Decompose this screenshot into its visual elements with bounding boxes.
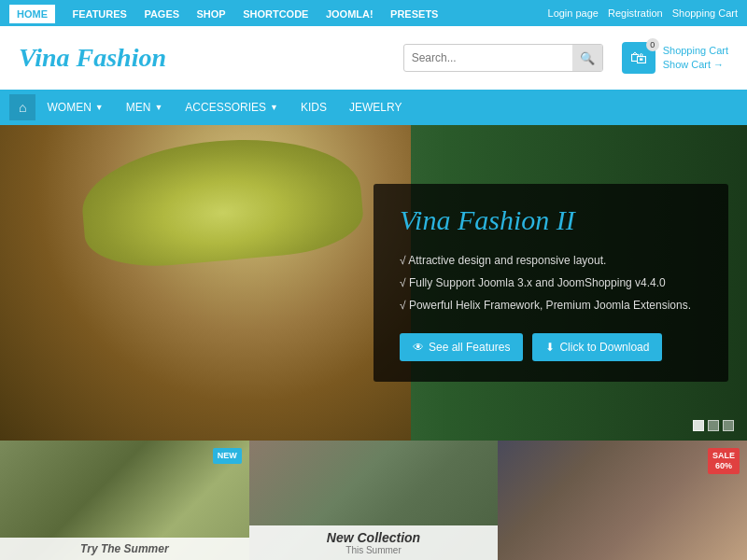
- card-3-badge: SALE 60%: [708, 448, 740, 474]
- cart-icon-wrap[interactable]: 🛍 0: [622, 42, 655, 74]
- card-1-badge: NEW: [213, 448, 242, 464]
- jewelry-label: JEWELRY: [349, 101, 402, 114]
- slider-dot-1[interactable]: [693, 420, 704, 431]
- logo: Vina Fashion: [19, 43, 385, 73]
- home-nav-icon[interactable]: ⌂: [9, 94, 35, 120]
- show-cart-link[interactable]: Show Cart →: [663, 58, 728, 72]
- hero-overlay: Vina Fashion II √ Attractive design and …: [374, 184, 728, 382]
- slider-dot-3[interactable]: [723, 420, 734, 431]
- women-label: WOMEN: [47, 101, 91, 114]
- nav-shortcode[interactable]: SHORTCODE: [243, 8, 308, 20]
- men-label: MEN: [126, 101, 151, 114]
- card-2-label: New Collection This Summer: [249, 525, 499, 560]
- features-btn-label: See all Features: [429, 341, 510, 354]
- card-2-label-sub: This Summer: [254, 545, 494, 555]
- cart-label: Shopping Cart: [663, 44, 728, 58]
- hero-buttons: 👁 See all Features ⬇ Click to Download: [400, 333, 702, 361]
- card-summer: NEW Try The Summer: [0, 441, 249, 560]
- search-input[interactable]: [404, 51, 572, 64]
- nav-joomla[interactable]: JOOMLA!: [326, 8, 374, 20]
- feature-1: √ Attractive design and responsive layou…: [400, 249, 702, 272]
- mainnav-jewelry[interactable]: JEWELRY: [338, 90, 413, 125]
- card-sale: SALE 60%: [498, 441, 747, 560]
- bottom-cards: NEW Try The Summer New Collection This S…: [0, 441, 747, 560]
- card-1-label: Try The Summer: [0, 538, 249, 560]
- nav-presets[interactable]: PRESETS: [390, 8, 438, 20]
- card-new-collection: New Collection This Summer: [249, 441, 499, 560]
- slider-dot-2[interactable]: [708, 420, 719, 431]
- nav-shop[interactable]: SHOP: [197, 8, 226, 20]
- download-btn-label: Click to Download: [559, 341, 649, 354]
- hero-title: Vina Fashion II: [400, 204, 702, 236]
- header: Vina Fashion 🔍 🛍 0 Shopping Cart Show Ca…: [0, 26, 747, 90]
- top-navigation: HOME FEATURES PAGES SHOP SHORTCODE JOOML…: [9, 5, 451, 21]
- top-bar: HOME FEATURES PAGES SHOP SHORTCODE JOOML…: [0, 0, 747, 26]
- top-right-links: Login page Registration Shopping Cart: [548, 7, 738, 19]
- hero-slider: Vina Fashion II √ Attractive design and …: [0, 125, 747, 441]
- search-button[interactable]: 🔍: [572, 45, 602, 71]
- hero-features: √ Attractive design and responsive layou…: [400, 249, 702, 316]
- hero-woman-image: [0, 125, 411, 441]
- mainnav-men[interactable]: MEN ▼: [115, 90, 175, 125]
- accessories-label: ACCESSORIES: [185, 101, 266, 114]
- feature-3: √ Powerful Helix Framework, Premium Joom…: [400, 294, 702, 316]
- click-to-download-button[interactable]: ⬇ Click to Download: [532, 333, 662, 361]
- cart-icon: 🛍: [630, 49, 647, 68]
- mainnav-accessories[interactable]: ACCESSORIES ▼: [174, 90, 289, 125]
- feature-2: √ Fully Support Joomla 3.x and JoomShopp…: [400, 272, 702, 294]
- cart-area: 🛍 0 Shopping Cart Show Cart →: [622, 42, 728, 74]
- slider-dots: [693, 420, 734, 431]
- see-all-features-button[interactable]: 👁 See all Features: [400, 333, 523, 361]
- kids-label: KIDS: [301, 101, 327, 114]
- cart-badge: 0: [646, 38, 659, 51]
- search-bar: 🔍: [403, 44, 603, 72]
- card-2-label-main: New Collection: [254, 530, 494, 545]
- download-icon: ⬇: [545, 341, 555, 354]
- eye-icon: 👁: [413, 341, 424, 354]
- cart-text: Shopping Cart Show Cart →: [663, 44, 728, 73]
- women-dropdown-arrow: ▼: [95, 103, 104, 112]
- mainnav-women[interactable]: WOMEN ▼: [35, 90, 114, 125]
- registration-link[interactable]: Registration: [608, 7, 663, 19]
- accessories-dropdown-arrow: ▼: [270, 103, 278, 112]
- men-dropdown-arrow: ▼: [154, 103, 162, 112]
- nav-pages[interactable]: PAGES: [144, 8, 179, 20]
- card-1-label-text: Try The Summer: [5, 542, 245, 555]
- shopping-cart-link[interactable]: Shopping Cart: [672, 7, 738, 19]
- main-navigation: ⌂ WOMEN ▼ MEN ▼ ACCESSORIES ▼ KIDS JEWEL…: [0, 90, 747, 125]
- login-link[interactable]: Login page: [548, 7, 599, 19]
- nav-home[interactable]: HOME: [9, 5, 55, 23]
- nav-features[interactable]: FEATURES: [72, 8, 126, 20]
- mainnav-kids[interactable]: KIDS: [289, 90, 338, 125]
